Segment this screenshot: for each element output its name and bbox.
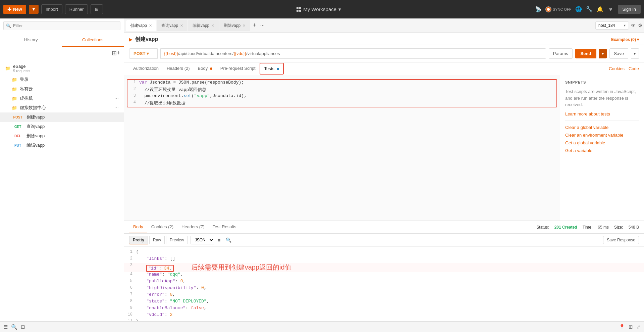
format-pretty-button[interactable]: Pretty bbox=[129, 236, 148, 244]
response-tab-headers[interactable]: Headers (7) bbox=[177, 221, 209, 233]
subtab-prerequest[interactable]: Pre-request Script bbox=[216, 62, 260, 75]
test-code-area[interactable]: 1 var Jsondata = JSON.parse(responseBody… bbox=[124, 75, 560, 221]
req-tab-close-1[interactable]: ✕ bbox=[180, 23, 183, 28]
heart-icon[interactable]: ♥ bbox=[607, 6, 614, 13]
url-host-part: {{host}} bbox=[164, 51, 178, 56]
expand-arrow[interactable]: ▶ bbox=[129, 37, 132, 42]
more-tabs-button[interactable]: ··· bbox=[258, 22, 267, 29]
subtab-tests[interactable]: Tests bbox=[260, 63, 284, 75]
tab-history[interactable]: History bbox=[0, 33, 62, 47]
tabs-row: 创建vapp ✕ 查询vapp ✕ 编辑vapp ✕ 删除vapp ✕ + ··… bbox=[124, 18, 644, 33]
collection-sub: 5 requests bbox=[13, 69, 30, 73]
params-button[interactable]: Params bbox=[549, 48, 573, 59]
tab-collections[interactable]: Collections bbox=[62, 33, 124, 47]
sidebar-item-vdc[interactable]: 📁 虚拟数据中心 ··· bbox=[0, 103, 124, 112]
folder-vdc-menu[interactable]: ··· bbox=[114, 105, 119, 111]
new-dropdown-arrow[interactable]: ▼ bbox=[29, 5, 39, 14]
folder-closed-icon: 📁 bbox=[12, 77, 17, 82]
test-editor: 1 var Jsondata = JSON.parse(responseBody… bbox=[124, 75, 644, 221]
new-button[interactable]: ✚ New bbox=[3, 5, 26, 14]
response-body: 1 { 2 "links": [] 3 "id": 34, 后续需要用到创建va… bbox=[124, 247, 644, 321]
sidebar-item-private-cloud[interactable]: 📁 私有云 bbox=[0, 84, 124, 94]
subtab-headers[interactable]: Headers (2) bbox=[163, 62, 194, 75]
resp-line-7: 7 "error": 0, bbox=[124, 292, 644, 299]
send-button[interactable]: Send bbox=[575, 49, 597, 58]
sidebar-search-area: 🔍 bbox=[0, 18, 124, 33]
json-format-select[interactable]: JSON XML HTML Text bbox=[191, 236, 214, 244]
new-tab-button[interactable]: + bbox=[251, 22, 258, 29]
expand-icon[interactable]: ⤢ bbox=[636, 324, 641, 330]
response-tab-cookies[interactable]: Cookies (2) bbox=[147, 221, 177, 233]
examples-link[interactable]: Examples (0) ▾ bbox=[611, 37, 639, 42]
format-raw-button[interactable]: Raw bbox=[149, 236, 165, 244]
search-bottom-icon[interactable]: 🔍 bbox=[11, 324, 17, 330]
tests-dot bbox=[277, 68, 279, 70]
url-end-part: /virtualappliances bbox=[246, 51, 280, 56]
response-tab-body[interactable]: Body bbox=[129, 221, 147, 233]
snippet-clear-global[interactable]: Clear a global variable bbox=[565, 125, 639, 130]
request-panel: 创建vapp ✕ 查询vapp ✕ 编辑vapp ✕ 删除vapp ✕ + ··… bbox=[124, 18, 644, 321]
search-response-button[interactable]: 🔍 bbox=[224, 237, 233, 243]
env-selector: host_184 👁 ⚙ bbox=[595, 21, 642, 30]
wrap-lines-button[interactable]: ≡ bbox=[216, 237, 223, 244]
request-item-query-vapp[interactable]: GET 查询vapp bbox=[0, 122, 124, 131]
req-tab-edit-vapp[interactable]: 编辑vapp ✕ bbox=[188, 20, 219, 31]
globe-icon[interactable]: 🌐 bbox=[575, 6, 582, 13]
req-tab-delete-vapp[interactable]: 删除vapp ✕ bbox=[219, 20, 250, 31]
layout-button[interactable]: ⊞ bbox=[91, 4, 103, 14]
folder-private-cloud-label: 私有云 bbox=[20, 86, 33, 92]
folder-vm-menu[interactable]: ··· bbox=[114, 95, 119, 101]
url-input-display[interactable]: {{host}}/api/cloud/virtualdatacenters/{{… bbox=[160, 48, 546, 59]
req-tab-create-vapp[interactable]: 创建vapp ✕ bbox=[126, 20, 156, 31]
wrench-icon[interactable]: 🔧 bbox=[586, 6, 593, 13]
request-item-edit-vapp[interactable]: PUT 编辑vapp bbox=[0, 141, 124, 150]
cookies-link[interactable]: Cookies bbox=[609, 66, 625, 71]
save-response-button[interactable]: Save Response bbox=[603, 236, 639, 244]
req-tab-close-2[interactable]: ✕ bbox=[211, 23, 214, 28]
new-label: New bbox=[13, 7, 22, 12]
request-item-create-vapp[interactable]: POST 创建vapp bbox=[0, 112, 124, 122]
format-preview-button[interactable]: Preview bbox=[166, 236, 188, 244]
workspace-chevron: ▾ bbox=[338, 6, 341, 12]
folder-closed-icon-4: 📁 bbox=[12, 105, 17, 110]
req-tab-close-3[interactable]: ✕ bbox=[243, 23, 246, 28]
response-tab-test-results[interactable]: Test Results bbox=[209, 221, 240, 233]
learn-tests-link[interactable]: Learn more about tests bbox=[565, 111, 610, 116]
subtab-authorization[interactable]: Authorization bbox=[129, 62, 163, 75]
response-tabs-row: Body Cookies (2) Headers (7) Test Result… bbox=[124, 221, 644, 234]
bell-icon[interactable]: 🔔 bbox=[596, 6, 604, 13]
snippet-get-global[interactable]: Get a global variable bbox=[565, 140, 639, 145]
signin-button[interactable]: Sign In bbox=[618, 5, 641, 14]
snippet-get-variable[interactable]: Get a variable bbox=[565, 148, 639, 153]
workspace-button[interactable]: My Workspace ▾ bbox=[297, 6, 341, 12]
filter-input[interactable] bbox=[3, 21, 120, 30]
resp-line-6: 6 "highDisponibility": 0, bbox=[124, 285, 644, 292]
request-item-delete-vapp[interactable]: DEL 删除vapp bbox=[0, 131, 124, 141]
settings-icon-button[interactable]: ⚙ bbox=[638, 22, 642, 29]
send-dropdown-button[interactable]: ▾ bbox=[599, 49, 607, 58]
sidebar-toggle-icon[interactable]: ☰ bbox=[3, 324, 8, 330]
runner-button[interactable]: Runner bbox=[65, 4, 88, 14]
env-dropdown[interactable]: host_184 bbox=[595, 21, 629, 30]
layout-bottom-icon[interactable]: ⊡ bbox=[21, 324, 25, 330]
method-dropdown[interactable]: POST ▾ bbox=[129, 48, 158, 59]
sidebar-item-login[interactable]: 📁 登录 bbox=[0, 75, 124, 84]
antenna-icon[interactable]: 📡 bbox=[535, 6, 542, 13]
save-dropdown-button[interactable]: ▾ bbox=[631, 48, 639, 59]
import-button[interactable]: Import bbox=[41, 4, 62, 14]
sync-status: SYNC OFF bbox=[545, 6, 572, 12]
code-link[interactable]: Code bbox=[629, 66, 639, 71]
save-button[interactable]: Save bbox=[609, 48, 628, 59]
subtab-body[interactable]: Body bbox=[194, 62, 216, 75]
url-row: POST ▾ {{host}}/api/cloud/virtualdatacen… bbox=[124, 45, 644, 62]
sidebar-item-vm[interactable]: 📁 虚拟机 ··· bbox=[0, 94, 124, 103]
collection-esage[interactable]: 📁 eSage 5 requests bbox=[0, 62, 124, 75]
columns-icon[interactable]: ⊞ bbox=[629, 324, 633, 330]
subtab-tests-label: Tests bbox=[264, 66, 274, 71]
req-tab-query-vapp[interactable]: 查询vapp ✕ bbox=[157, 20, 187, 31]
new-folder-button[interactable]: ⊞+ bbox=[112, 49, 120, 57]
snippet-clear-env[interactable]: Clear an environment variable bbox=[565, 133, 639, 138]
method-put-badge: PUT bbox=[12, 143, 24, 148]
eye-icon-button[interactable]: 👁 bbox=[631, 22, 636, 29]
req-tab-close-0[interactable]: ✕ bbox=[149, 23, 152, 28]
